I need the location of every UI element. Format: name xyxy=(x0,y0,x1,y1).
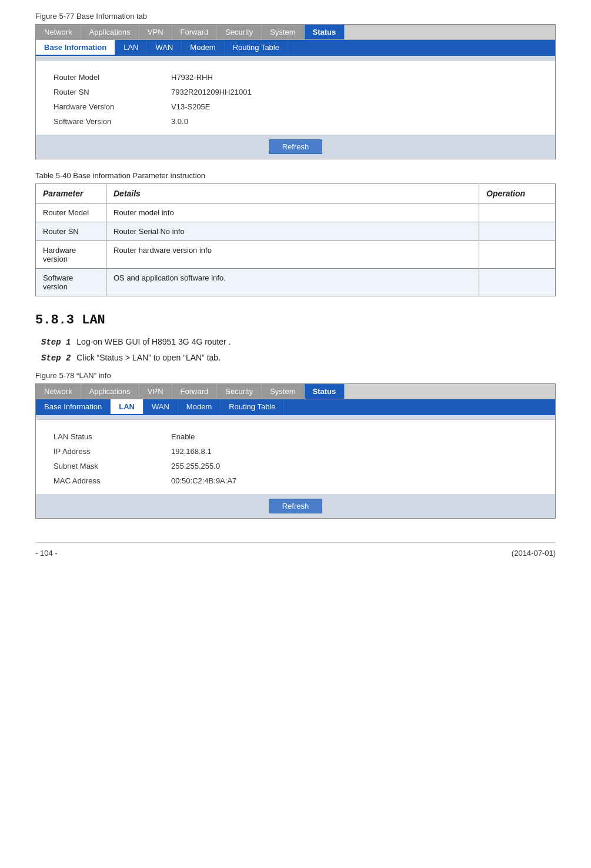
footer: - 104 - (2014-07-01) xyxy=(35,542,556,557)
table-cell-operation xyxy=(479,203,556,222)
info-label: Router SN xyxy=(54,88,171,96)
subnav-item-modem[interactable]: Modem xyxy=(178,399,221,414)
info-value: H7932-RHH xyxy=(171,73,213,82)
step2-label: Step 2 xyxy=(41,353,71,363)
subnav-item-routing-table[interactable]: Routing Table xyxy=(221,399,284,414)
table-cell-details: Router Serial No info xyxy=(106,222,479,241)
info-label: Router Model xyxy=(54,73,171,82)
table-cell-operation xyxy=(479,241,556,269)
step1-text: Log-on WEB GUI of H8951 3G 4G router . xyxy=(76,337,231,346)
table-cell-param: Router SN xyxy=(36,222,106,241)
nav-item-vpn[interactable]: VPN xyxy=(139,25,172,39)
figure2-nav-bar: NetworkApplicationsVPNForwardSecuritySys… xyxy=(36,384,555,399)
figure1-router-ui: NetworkApplicationsVPNForwardSecuritySys… xyxy=(35,24,556,159)
subnav-item-lan[interactable]: LAN xyxy=(111,399,143,414)
info-row: Router ModelH7932-RHH xyxy=(54,70,537,85)
figure2-refresh-button[interactable]: Refresh xyxy=(269,499,323,513)
info-label: MAC Address xyxy=(54,476,171,485)
table-header: Operation xyxy=(479,184,556,203)
info-value: 7932R201209HH21001 xyxy=(171,88,252,96)
table1-label: Table 5-40 Base information Parameter in… xyxy=(35,171,556,180)
figure2-label: Figure 5-78 “LAN” info xyxy=(35,371,556,380)
table-header: Parameter xyxy=(36,184,106,203)
info-row: LAN StatusEnable xyxy=(54,429,537,444)
footer-page: - 104 - xyxy=(35,549,58,557)
table-cell-param: Software version xyxy=(36,269,106,296)
figure1-label: Figure 5-77 Base Information tab xyxy=(35,12,556,21)
table-cell-details: Router hardware version info xyxy=(106,241,479,269)
step2: Step 2 Click “Status > LAN” to open “LAN… xyxy=(41,353,556,363)
nav-item-forward[interactable]: Forward xyxy=(172,25,218,39)
nav-item-security[interactable]: Security xyxy=(217,384,262,399)
info-value: 00:50:C2:4B:9A:A7 xyxy=(171,476,236,485)
param-table1: ParameterDetailsOperation Router ModelRo… xyxy=(35,183,556,296)
figure1-refresh-button[interactable]: Refresh xyxy=(269,139,323,154)
info-row: MAC Address00:50:C2:4B:9A:A7 xyxy=(54,473,537,488)
table-cell-param: Hardware version xyxy=(36,241,106,269)
table-header: Details xyxy=(106,184,479,203)
subnav-item-base-information[interactable]: Base Information xyxy=(36,399,111,414)
subnav-item-wan[interactable]: WAN xyxy=(143,399,178,414)
nav-item-network[interactable]: Network xyxy=(36,384,81,399)
nav-item-security[interactable]: Security xyxy=(217,25,262,39)
info-row: Subnet Mask255.255.255.0 xyxy=(54,459,537,473)
info-value: Enable xyxy=(171,432,195,441)
info-row: Router SN7932R201209HH21001 xyxy=(54,85,537,99)
step1: Step 1 Log-on WEB GUI of H8951 3G 4G rou… xyxy=(41,337,556,347)
figure2-section-divider xyxy=(36,415,555,420)
figure1-subnav-bar: Base InformationLANWANModemRouting Table xyxy=(36,40,555,56)
table1-section: Table 5-40 Base information Parameter in… xyxy=(35,171,556,296)
subnav-item-base-information[interactable]: Base Information xyxy=(36,40,115,55)
step1-label: Step 1 xyxy=(41,338,71,347)
nav-item-system[interactable]: System xyxy=(262,25,304,39)
table-cell-param: Router Model xyxy=(36,203,106,222)
table-row: Router SNRouter Serial No info xyxy=(36,222,556,241)
step2-text: Click “Status > LAN” to open “LAN” tab. xyxy=(76,353,221,362)
table-cell-details: Router model info xyxy=(106,203,479,222)
table-row: Hardware versionRouter hardware version … xyxy=(36,241,556,269)
subnav-item-lan[interactable]: LAN xyxy=(115,40,147,55)
figure1-nav-bar: NetworkApplicationsVPNForwardSecuritySys… xyxy=(36,25,555,40)
figure1-section-divider xyxy=(36,56,555,61)
subnav-item-modem[interactable]: Modem xyxy=(182,40,224,55)
subnav-item-wan[interactable]: WAN xyxy=(147,40,182,55)
nav-item-system[interactable]: System xyxy=(262,384,304,399)
info-label: LAN Status xyxy=(54,432,171,441)
nav-item-status[interactable]: Status xyxy=(305,25,345,39)
nav-item-applications[interactable]: Applications xyxy=(81,384,139,399)
info-row: IP Address192.168.8.1 xyxy=(54,444,537,459)
subnav-item-routing-table[interactable]: Routing Table xyxy=(225,40,288,55)
figure1-info-table: Router ModelH7932-RHHRouter SN7932R20120… xyxy=(36,61,555,135)
info-value: 255.255.255.0 xyxy=(171,462,220,470)
figure2-button-bar: Refresh xyxy=(36,494,555,518)
footer-date: (2014-07-01) xyxy=(512,549,556,557)
figure1-button-bar: Refresh xyxy=(36,135,555,159)
info-value: 192.168.8.1 xyxy=(171,447,212,456)
info-label: IP Address xyxy=(54,447,171,456)
info-label: Subnet Mask xyxy=(54,462,171,470)
nav-item-forward[interactable]: Forward xyxy=(172,384,218,399)
info-label: Hardware Version xyxy=(54,102,171,111)
table-cell-details: OS and application software info. xyxy=(106,269,479,296)
section-heading: 5.8.3 LAN xyxy=(35,313,556,328)
nav-item-network[interactable]: Network xyxy=(36,25,81,39)
table-row: Software versionOS and application softw… xyxy=(36,269,556,296)
table-cell-operation xyxy=(479,222,556,241)
info-label: Software Version xyxy=(54,117,171,126)
table-row: Router ModelRouter model info xyxy=(36,203,556,222)
info-row: Software Version3.0.0 xyxy=(54,114,537,129)
info-row: Hardware VersionV13-S205E xyxy=(54,99,537,114)
nav-item-status[interactable]: Status xyxy=(305,384,345,399)
info-value: V13-S205E xyxy=(171,102,211,111)
table-cell-operation xyxy=(479,269,556,296)
info-value: 3.0.0 xyxy=(171,117,188,126)
figure2-info-table: LAN StatusEnableIP Address192.168.8.1Sub… xyxy=(36,420,555,494)
figure2-router-ui: NetworkApplicationsVPNForwardSecuritySys… xyxy=(35,383,556,519)
nav-item-vpn[interactable]: VPN xyxy=(139,384,172,399)
nav-item-applications[interactable]: Applications xyxy=(81,25,139,39)
figure2-subnav-bar: Base InformationLANWANModemRouting Table xyxy=(36,399,555,415)
